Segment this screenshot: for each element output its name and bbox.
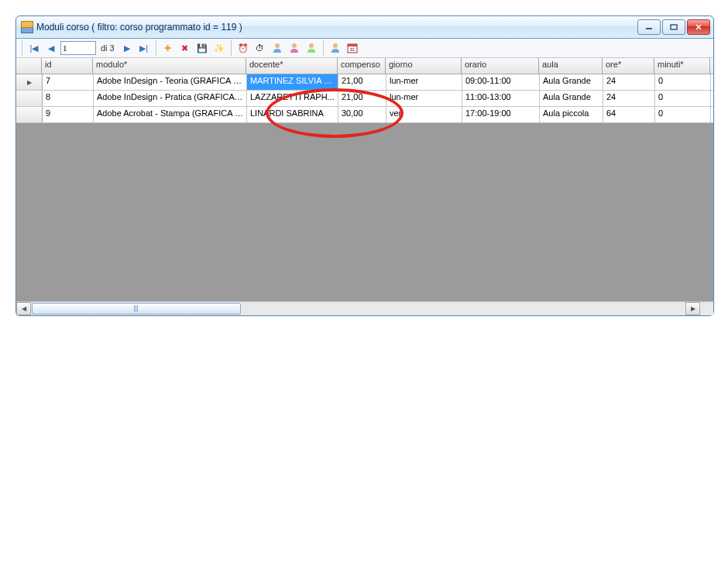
col-compenso[interactable]: compenso [338, 58, 386, 74]
horizontal-scrollbar[interactable]: ◀ ▶ [16, 301, 713, 315]
row-selector[interactable] [16, 107, 43, 122]
minimize-button[interactable] [637, 19, 661, 35]
close-button[interactable] [687, 19, 710, 35]
cell-orario[interactable]: 17:00-19:00 [462, 107, 540, 122]
scroll-track[interactable] [242, 303, 685, 314]
cell-modulo[interactable]: Adobe InDesign - Pratica (GRAFICA E... [94, 91, 247, 106]
table-row[interactable]: 9Adobe Acrobat - Stampa (GRAFICA E...LIN… [16, 107, 713, 123]
cell-giorno[interactable]: lun-mer [386, 74, 462, 90]
col-orario[interactable]: orario [462, 58, 539, 74]
svg-rect-0 [646, 28, 652, 29]
data-grid[interactable]: id modulo* docente* compenso giorno orar… [16, 58, 713, 123]
cell-id[interactable]: 8 [43, 91, 94, 106]
timer-icon[interactable]: ⏱ [252, 40, 268, 56]
cell-ore[interactable]: 64 [603, 107, 655, 122]
person2-icon[interactable] [287, 40, 302, 56]
row-selector-header[interactable] [16, 58, 42, 74]
wand-button[interactable]: ✨ [211, 40, 227, 56]
person3-icon[interactable] [304, 40, 319, 56]
svg-text:31: 31 [349, 47, 355, 52]
cell-docente[interactable]: LINARDI SABRINA [247, 107, 338, 122]
row-selector[interactable] [16, 74, 43, 90]
col-minuti[interactable]: minuti* [654, 58, 710, 74]
col-docente[interactable]: docente* [246, 58, 338, 74]
add-record-button[interactable]: ✚ [160, 40, 176, 56]
cell-orario[interactable]: 09:00-11:00 [462, 74, 540, 90]
cell-aula[interactable]: Aula Grande [540, 74, 603, 90]
cell-minuti[interactable]: 0 [655, 107, 711, 122]
cell-compenso[interactable]: 30,00 [338, 107, 386, 122]
person4-icon[interactable] [328, 40, 343, 56]
col-modulo[interactable]: modulo* [93, 58, 246, 74]
cell-docente[interactable]: MARTINEZ SILVIA 2... [247, 74, 338, 90]
maximize-button[interactable] [662, 19, 685, 35]
row-selector[interactable] [16, 91, 43, 106]
cell-compenso[interactable]: 21,00 [338, 91, 386, 106]
window-title: Moduli corso ( filtro: corso programmato… [36, 22, 242, 33]
svg-point-4 [309, 43, 314, 48]
cell-giorno[interactable]: lun-mer [386, 91, 462, 106]
delete-record-button[interactable]: ✖ [177, 40, 193, 56]
record-position-input[interactable] [60, 41, 96, 55]
cell-compenso[interactable]: 21,00 [338, 74, 386, 90]
toolbar: |◀ ◀ di 3 ▶ ▶| ✚ ✖ 💾 ✨ ⏰ ⏱ 31 [16, 39, 713, 58]
cell-minuti[interactable]: 0 [655, 74, 711, 90]
cell-giorno[interactable]: ven [386, 107, 462, 122]
cell-modulo[interactable]: Adobe InDesign - Teoria (GRAFICA E... [94, 74, 247, 90]
cell-minuti[interactable]: 0 [655, 91, 711, 106]
cell-aula[interactable]: Aula Grande [540, 91, 603, 106]
col-aula[interactable]: aula [539, 58, 603, 74]
record-total-label: di 3 [98, 43, 118, 53]
svg-point-5 [333, 43, 338, 48]
titlebar: Moduli corso ( filtro: corso programmato… [16, 16, 713, 39]
cell-ore[interactable]: 24 [603, 74, 655, 90]
svg-point-2 [275, 43, 280, 48]
alarm-icon[interactable]: ⏰ [235, 40, 251, 56]
cell-id[interactable]: 7 [43, 74, 94, 90]
first-record-button[interactable]: |◀ [26, 40, 42, 56]
col-ore[interactable]: ore* [603, 58, 654, 74]
cell-aula[interactable]: Aula piccola [540, 107, 603, 122]
cell-docente[interactable]: LAZZARETTI RAPH... [247, 91, 338, 106]
cell-modulo[interactable]: Adobe Acrobat - Stampa (GRAFICA E... [94, 107, 247, 122]
cell-id[interactable]: 9 [43, 107, 94, 122]
col-id[interactable]: id [42, 58, 93, 74]
last-record-button[interactable]: ▶| [136, 40, 152, 56]
next-record-button[interactable]: ▶ [119, 40, 135, 56]
content-area: id modulo* docente* compenso giorno orar… [16, 58, 713, 315]
cell-orario[interactable]: 11:00-13:00 [462, 91, 540, 106]
svg-rect-1 [671, 25, 677, 29]
table-row[interactable]: 7Adobe InDesign - Teoria (GRAFICA E...MA… [16, 74, 713, 91]
col-giorno[interactable]: giorno [386, 58, 462, 74]
app-icon [21, 21, 33, 33]
table-row[interactable]: 8Adobe InDesign - Pratica (GRAFICA E...L… [16, 91, 713, 107]
window: Moduli corso ( filtro: corso programmato… [15, 15, 714, 316]
calendar-icon[interactable]: 31 [345, 40, 360, 56]
cell-ore[interactable]: 24 [603, 91, 655, 106]
person1-icon[interactable] [270, 40, 285, 56]
scroll-right-button[interactable]: ▶ [685, 302, 700, 315]
scroll-thumb[interactable] [32, 303, 241, 314]
prev-record-button[interactable]: ◀ [43, 40, 59, 56]
svg-rect-7 [348, 44, 357, 46]
scroll-left-button[interactable]: ◀ [16, 302, 31, 315]
column-headers-row: id modulo* docente* compenso giorno orar… [16, 58, 713, 74]
save-button[interactable]: 💾 [194, 40, 210, 56]
svg-point-3 [292, 43, 297, 48]
